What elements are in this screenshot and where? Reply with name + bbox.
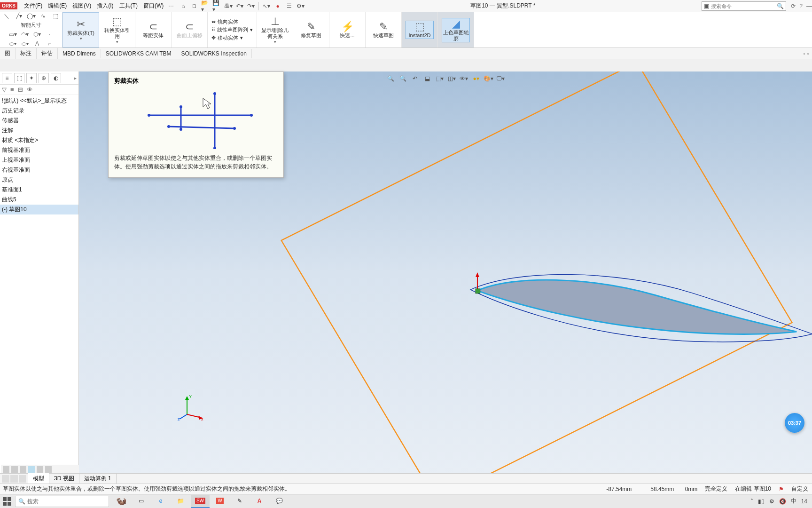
select-icon[interactable]: ↖▾ bbox=[262, 1, 271, 11]
command-search-input[interactable] bbox=[711, 3, 777, 9]
circle-icon[interactable]: ◯▾ bbox=[26, 11, 36, 21]
lock-dim-icon[interactable]: ⬚ bbox=[51, 11, 60, 21]
orientation-triad[interactable]: Y x z bbox=[178, 393, 206, 421]
repair-sketch-button[interactable]: ✎ 修复草图 bbox=[297, 21, 325, 39]
menu-tools[interactable]: 工具(T) bbox=[117, 1, 141, 11]
display-relations-button[interactable]: ⊥ 显示/删除几何关系 ▾ bbox=[261, 16, 289, 44]
fm-filter-icon[interactable]: ▽ bbox=[2, 86, 7, 93]
tree-curve5[interactable]: 曲线5 bbox=[0, 195, 78, 205]
vm-icon-6[interactable] bbox=[45, 466, 52, 473]
tab-expand-right-icon[interactable]: ▫ bbox=[807, 50, 809, 57]
spline-icon[interactable]: ∿ bbox=[39, 11, 48, 21]
tray-chevron-icon[interactable]: ˄ bbox=[750, 498, 753, 505]
bottom-tab-motion[interactable]: 运动算例 1 bbox=[79, 473, 117, 484]
status-custom[interactable]: 自定义 bbox=[788, 485, 812, 493]
menu-insert[interactable]: 插入(I) bbox=[94, 1, 116, 11]
fm-collapse-icon[interactable]: ⊟ bbox=[18, 86, 23, 93]
taskbar-search[interactable]: 🔍 bbox=[15, 496, 109, 507]
menu-window[interactable]: 窗口(W) bbox=[141, 1, 166, 11]
taskbar-app-autocad[interactable]: A bbox=[250, 495, 269, 508]
open-icon[interactable]: 📂▾ bbox=[201, 1, 211, 11]
tree-sketch10[interactable]: (-) 草图10 bbox=[0, 205, 78, 214]
tab-cam-tbm[interactable]: SOLIDWORKS CAM TBM bbox=[101, 49, 177, 58]
redo-icon[interactable]: ↷▾ bbox=[246, 1, 256, 11]
menu-edit[interactable]: 编辑(E) bbox=[45, 1, 70, 11]
taskbar-app-explorer[interactable]: 📁 bbox=[171, 495, 190, 508]
fm-expand-icon[interactable]: ≡ bbox=[10, 86, 14, 93]
fm-tab-dim-icon[interactable]: ⊕ bbox=[39, 73, 49, 83]
tray-ime[interactable]: 中 bbox=[791, 497, 796, 505]
taskbar-app-solidworks[interactable]: SW bbox=[191, 495, 210, 508]
fm-tab-config-icon[interactable]: ✦ bbox=[26, 73, 37, 83]
vm-icon-1[interactable] bbox=[3, 466, 9, 473]
minimize-icon[interactable]: — bbox=[806, 3, 812, 9]
tree-sensors[interactable]: 传感器 bbox=[0, 116, 78, 126]
ellipse-icon[interactable]: ⬭▾ bbox=[20, 39, 30, 48]
line-icon[interactable]: ＼ bbox=[2, 11, 11, 21]
bt-icon-1[interactable] bbox=[2, 475, 9, 483]
tree-annotations[interactable]: 注解 bbox=[0, 126, 78, 135]
home-icon[interactable]: ⌂ bbox=[179, 1, 188, 11]
tree-front-plane[interactable]: 前视基准面 bbox=[0, 145, 78, 155]
taskbar-app-edge[interactable]: e bbox=[151, 495, 170, 508]
convert-entities-button[interactable]: ⬚ 转换实体引用 ▾ bbox=[103, 16, 131, 44]
tray-volume-icon[interactable]: 🔇 bbox=[779, 498, 786, 505]
fm-tab-prop-icon[interactable]: ⬚ bbox=[14, 73, 24, 83]
fm-tab-display-icon[interactable]: ◐ bbox=[51, 73, 61, 83]
trim-entities-button[interactable]: ✂ 剪裁实体(T) ▾ bbox=[67, 19, 95, 41]
print-icon[interactable]: 🖶▾ bbox=[224, 1, 233, 11]
tab-mbd[interactable]: MBD Dimens bbox=[58, 49, 101, 58]
bottom-tab-3dview[interactable]: 3D 视图 bbox=[49, 473, 79, 484]
taskbar-app-taskview[interactable]: ▭ bbox=[132, 495, 150, 508]
vm-icon-4[interactable] bbox=[28, 466, 35, 473]
linear-pattern-button[interactable]: ⠿线性草图阵列 ▾ bbox=[211, 26, 253, 33]
quick-snap-button[interactable]: ⚡ 快速... bbox=[333, 21, 361, 39]
taskbar-app-wps[interactable]: W bbox=[211, 495, 229, 508]
menu-more-icon[interactable]: ⋯ bbox=[168, 3, 174, 9]
tree-right-plane[interactable]: 右视基准面 bbox=[0, 165, 78, 175]
polygon-icon[interactable]: ⬡▾ bbox=[32, 30, 42, 39]
help-icon[interactable]: ? bbox=[799, 3, 803, 9]
text-icon[interactable]: A bbox=[32, 39, 42, 48]
mirror-entities-button[interactable]: ⇔镜向实体 bbox=[211, 18, 253, 25]
tree-origin[interactable]: 原点 bbox=[0, 175, 78, 185]
taskbar-app-weasel[interactable]: 🦦 bbox=[112, 495, 131, 508]
tab-expand-left-icon[interactable]: ▫ bbox=[803, 50, 805, 57]
slot-icon[interactable]: ⬭▾ bbox=[8, 39, 17, 48]
refresh-icon[interactable]: ⟳ bbox=[791, 3, 796, 9]
offset-entities-button[interactable]: ⊂ 等距实体 bbox=[139, 21, 167, 39]
tab-inspection[interactable]: SOLIDWORKS Inspection bbox=[176, 49, 251, 58]
shaded-contour-button[interactable]: ◢ 上色草图轮廓 bbox=[442, 18, 470, 42]
tray-clock[interactable]: 14 bbox=[801, 498, 807, 505]
options-icon[interactable]: ☰ bbox=[284, 1, 294, 11]
tree-history[interactable]: 历史记录 bbox=[0, 106, 78, 116]
tree-root[interactable]: !(默认) <<默认>_显示状态 bbox=[0, 96, 78, 106]
fm-tab-tree-icon[interactable]: ≡ bbox=[2, 73, 12, 83]
command-search[interactable]: ▣ 🔍 bbox=[702, 1, 786, 11]
fm-hideshow-icon[interactable]: 👁 bbox=[27, 86, 33, 93]
menu-file[interactable]: 文件(F) bbox=[21, 1, 45, 11]
tab-annotate[interactable]: 标注 bbox=[16, 48, 37, 59]
vm-icon-5[interactable] bbox=[37, 466, 43, 473]
fillet-icon[interactable]: ⌐ bbox=[45, 39, 54, 48]
tree-top-plane[interactable]: 上视基准面 bbox=[0, 155, 78, 165]
taskbar-app-wechat[interactable]: 💬 bbox=[270, 495, 289, 508]
tree-plane1[interactable]: 基准面1 bbox=[0, 185, 78, 195]
bt-icon-3[interactable] bbox=[19, 475, 26, 483]
rect-icon[interactable]: ▭▾ bbox=[8, 30, 17, 39]
rebuild-icon[interactable]: ● bbox=[273, 1, 282, 11]
settings-icon[interactable]: ⚙▾ bbox=[296, 1, 305, 11]
undo-icon[interactable]: ↶▾ bbox=[235, 1, 244, 11]
tree-material[interactable]: 材质 <未指定> bbox=[0, 135, 78, 145]
bottom-tab-model[interactable]: 模型 bbox=[28, 473, 49, 484]
taskbar-app-notes[interactable]: ✎ bbox=[230, 495, 249, 508]
point-icon[interactable]: · bbox=[45, 30, 54, 39]
bt-icon-2[interactable] bbox=[10, 475, 18, 483]
line-tool-icon[interactable]: ╱▾ bbox=[14, 11, 23, 21]
arc-icon[interactable]: ◠▾ bbox=[20, 30, 30, 39]
vm-icon-2[interactable] bbox=[11, 466, 18, 473]
move-entities-button[interactable]: ✥移动实体 ▾ bbox=[211, 34, 253, 41]
start-button[interactable] bbox=[0, 494, 14, 508]
tab-sketch[interactable]: 图 bbox=[0, 48, 16, 59]
tray-battery-icon[interactable]: ▮▯ bbox=[758, 498, 765, 505]
